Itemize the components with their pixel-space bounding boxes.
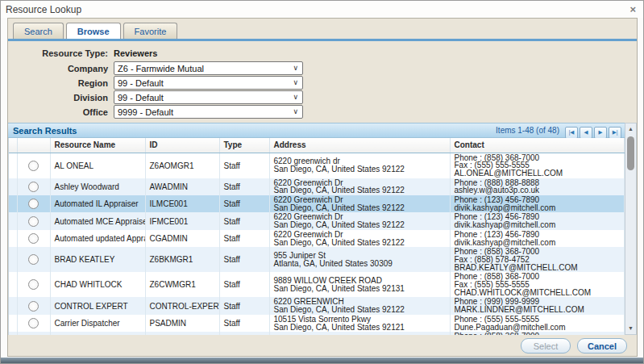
- cell-contact-line: Dune.Pagaduan@mitchell.com: [455, 324, 621, 332]
- cell-type: Staff: [219, 230, 269, 247]
- cell-address-line: San Diego, CA, United States 92122: [274, 306, 446, 314]
- pager-next-button[interactable]: ▶: [594, 127, 607, 139]
- cell-address: 6220 Greenwich DrSan Diego, CA, United S…: [269, 230, 450, 247]
- table-row[interactable]: Automated IL AppraiserILMCE001Staff6220 …: [9, 195, 625, 212]
- chevron-down-icon: ∨: [293, 108, 298, 115]
- row-radio-cell: [17, 230, 50, 247]
- cell-id: AWADMIN: [145, 178, 219, 195]
- close-icon[interactable]: ×: [629, 4, 636, 15]
- region-dropdown[interactable]: 99 - Default∨: [114, 76, 303, 90]
- cell-resource-name: AL ONEAL: [50, 153, 145, 178]
- table-row[interactable]: BRAD KEATLEYZ6BKMGR1Staff955 Juniper StA…: [9, 247, 625, 272]
- cell-address: 6220 Greenwich DrSan Diego, CA, United S…: [269, 178, 450, 195]
- row-radio[interactable]: [28, 279, 39, 290]
- column-header-id: ID: [145, 138, 219, 153]
- cell-address-line: San Diego, CA, United States 92122: [274, 165, 446, 174]
- region-label: Region: [8, 78, 114, 88]
- row-radio[interactable]: [28, 301, 39, 312]
- row-radio[interactable]: [28, 233, 39, 244]
- cell-address-line: San Diego, CA, United States 92122: [274, 204, 446, 212]
- cell-id: Z6CWMGR1: [145, 272, 219, 297]
- row-radio-cell: [17, 153, 50, 178]
- cell-contact-line: ashley.w@auto3p.co.uk: [455, 186, 621, 195]
- table-row[interactable]: Automated MCE AppraiserIFMCE001Staff6220…: [9, 212, 625, 229]
- table-row[interactable]: Automated updated AppraiserCGADMINStaff6…: [9, 230, 625, 247]
- row-gutter: [9, 272, 17, 297]
- form-row-division: Division99 - Default∨: [8, 90, 637, 104]
- table-row[interactable]: CONTROL EXPERTCONTROL-EXPERTStaff6220 GR…: [9, 297, 625, 314]
- tab-search[interactable]: Search: [13, 23, 64, 39]
- row-radio-cell: [17, 297, 50, 314]
- cell-address: 9889 WILLOW CREEK ROADSan Diego, CA, Uni…: [269, 272, 450, 297]
- cell-contact-line: AL.ONEAL@MITCHELL.COM: [455, 169, 621, 178]
- table-row[interactable]: CHAD WHITLOCKZ6CWMGR1Staff9889 WILLOW CR…: [9, 272, 625, 297]
- title-bar: Resource Lookup ×: [1, 1, 643, 18]
- cell-address-line: Atlanta, GA, United States 30309: [274, 260, 446, 268]
- cell-resource-name: CONTROL EXPERT: [50, 297, 145, 314]
- row-radio[interactable]: [28, 318, 39, 328]
- cell-address: 9889 WILLOW CREEK ROADSAN DIEGO, CA, Uni…: [269, 332, 450, 335]
- row-radio[interactable]: [28, 199, 39, 209]
- row-gutter: [9, 230, 17, 247]
- cell-contact-line: divik.kashyap@mitchell.com: [455, 221, 621, 229]
- row-gutter: [9, 178, 17, 195]
- tab-browse[interactable]: Browse: [66, 23, 121, 39]
- division-selected-value: 99 - Default: [118, 93, 164, 103]
- results-table-area: Resource NameIDTypeAddressContact AL ONE…: [8, 138, 625, 335]
- row-radio[interactable]: [28, 254, 39, 265]
- scroll-thumb[interactable]: [627, 136, 634, 170]
- cell-type: Staff: [219, 195, 269, 212]
- chevron-down-icon: ∨: [293, 94, 298, 101]
- row-radio[interactable]: [28, 216, 39, 227]
- row-radio-cell: [17, 178, 50, 195]
- search-results-title: Search Results: [13, 126, 496, 136]
- table-row[interactable]: DARRELL POWERZ6DPMGR1Staff9889 WILLOW CR…: [9, 332, 625, 335]
- row-radio[interactable]: [28, 161, 39, 171]
- cell-type: Staff: [219, 247, 269, 272]
- row-radio-cell: [17, 247, 50, 272]
- cell-address: 10515 Vista Sorrento PkwySan Diego, CA, …: [269, 315, 450, 332]
- column-header-type: Type: [219, 138, 269, 153]
- scroll-down-icon[interactable]: ▼: [625, 323, 636, 334]
- cell-address-line: San Diego, CA, United States 92122: [274, 186, 446, 195]
- tab-favorite[interactable]: Favorite: [123, 23, 178, 39]
- division-dropdown[interactable]: 99 - Default∨: [114, 90, 303, 104]
- cell-type: Staff: [219, 153, 269, 178]
- company-dropdown[interactable]: Z6 - Farmwide Mutual∨: [114, 61, 303, 75]
- cell-contact-line: BRAD.KEATLY@MITCHELL.COM: [455, 264, 621, 272]
- form-row-company: CompanyZ6 - Farmwide Mutual∨: [8, 61, 637, 75]
- office-dropdown[interactable]: 9999 - Default∨: [114, 105, 303, 119]
- dialog-title: Resource Lookup: [6, 4, 629, 15]
- cell-id: Z6AOMGR1: [145, 153, 219, 178]
- cell-contact-line: Phone : (858) 368-7000: [455, 333, 621, 335]
- cell-contact: Phone : (123) 456-7890divik.kashyap@mitc…: [450, 195, 625, 212]
- pager-last-button[interactable]: ▶|: [609, 127, 621, 139]
- cell-contact: Phone : (858) 368-7000Fax : (555) 555-55…: [450, 272, 625, 297]
- cancel-button[interactable]: Cancel: [577, 338, 627, 354]
- cell-type: Staff: [219, 315, 269, 332]
- vertical-scrollbar[interactable]: ▲ ▼: [625, 123, 637, 335]
- row-radio-cell: [17, 332, 50, 335]
- row-radio-cell: [17, 272, 50, 297]
- column-header-empty: [9, 138, 17, 153]
- company-label: Company: [8, 64, 114, 73]
- row-radio-cell: [17, 212, 50, 229]
- table-row[interactable]: Carrier DispatcherPSADMINStaff10515 Vist…: [9, 315, 625, 332]
- scroll-up-icon[interactable]: ▲: [625, 123, 636, 135]
- row-radio[interactable]: [28, 182, 39, 192]
- resource-type-row: Resource Type: Reviewers: [8, 47, 637, 59]
- select-button[interactable]: Select: [521, 338, 571, 354]
- pager-first-button[interactable]: |◀: [565, 127, 578, 139]
- column-header-address: Address: [269, 138, 450, 153]
- cell-resource-name: BRAD KEATLEY: [50, 247, 145, 272]
- pager-prev-button[interactable]: ◀: [580, 127, 592, 139]
- cell-id: ILMCE001: [145, 195, 219, 212]
- resource-lookup-dialog: Resource Lookup × Search Browse Favorite…: [0, 0, 644, 364]
- row-radio-cell: [17, 315, 50, 332]
- resource-type-label: Resource Type:: [8, 48, 114, 58]
- cell-contact: Phone : (555) 555-5555Dune.Pagaduan@mitc…: [450, 315, 625, 332]
- table-row[interactable]: Ashley WoodwardAWADMINStaff6220 Greenwic…: [9, 178, 625, 195]
- division-label: Division: [8, 93, 114, 103]
- row-gutter: [9, 195, 17, 212]
- table-row[interactable]: AL ONEALZ6AOMGR1Staff6220 greenwich drSa…: [9, 153, 625, 178]
